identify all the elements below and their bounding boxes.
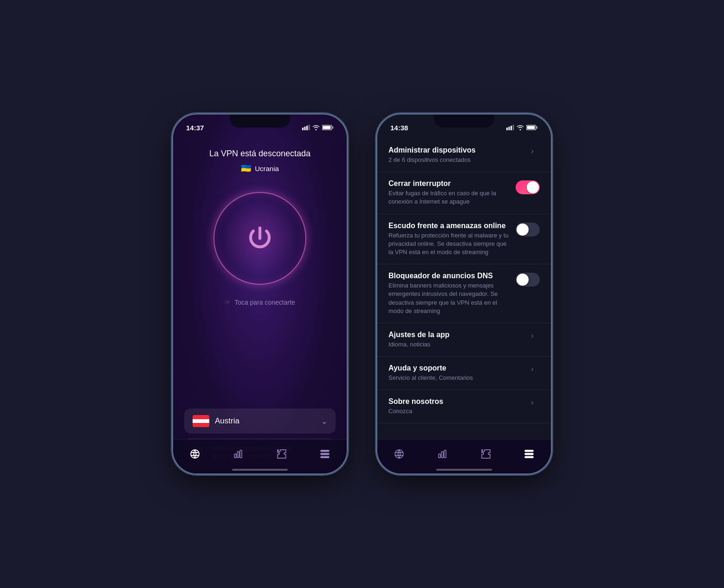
svg-rect-14 <box>506 128 508 130</box>
settings-item-dns[interactable]: Bloqueador de anuncios DNS Elimina banne… <box>377 264 551 323</box>
nav-stats-right[interactable] <box>432 444 452 464</box>
nav-globe-right[interactable] <box>389 444 409 464</box>
toggle-knob-killswitch <box>527 181 539 193</box>
settings-item-support[interactable]: Ayuda y soporte Servicio al cliente, Com… <box>377 357 551 390</box>
notch-right <box>434 115 494 128</box>
stats-icon-right <box>437 448 448 460</box>
right-phone: 14:38 Adm <box>376 113 552 475</box>
settings-item-content-dns: Bloqueador de anuncios DNS Elimina banne… <box>388 272 516 315</box>
svg-rect-26 <box>525 453 533 454</box>
power-icon <box>241 220 278 257</box>
settings-item-about[interactable]: Sobre nosotros Conozca › <box>377 390 551 423</box>
svg-rect-19 <box>537 127 538 129</box>
settings-right-dns <box>516 272 540 287</box>
settings-item-appsettings[interactable]: Ajustes de la app Idioma, noticias › <box>377 323 551 357</box>
battery-icon-right <box>526 125 538 130</box>
wifi-icon-left <box>312 125 320 130</box>
toggle-dns[interactable] <box>516 273 540 287</box>
svg-rect-13 <box>321 456 329 458</box>
svg-rect-3 <box>309 125 310 130</box>
stats-icon-left <box>233 448 244 460</box>
chevron-appsettings: › <box>531 332 533 340</box>
right-screen-content: Administrar dispositivos 2 de 6 disposit… <box>377 135 551 439</box>
svg-rect-16 <box>511 126 512 130</box>
svg-point-7 <box>191 450 199 458</box>
svg-rect-23 <box>441 452 443 458</box>
puzzle-icon-right <box>480 448 491 460</box>
svg-rect-22 <box>439 454 440 458</box>
home-indicator-left <box>232 469 288 471</box>
svg-rect-20 <box>527 126 535 129</box>
svg-rect-8 <box>234 454 236 458</box>
globe-icon-left <box>189 448 200 460</box>
toggle-shield[interactable] <box>516 223 540 236</box>
settings-item-content-support: Ayuda y soporte Servicio al cliente, Com… <box>388 364 525 382</box>
settings-item-killswitch[interactable]: Cerrar interruptor Evitar fugas de tráfi… <box>377 172 551 214</box>
home-indicator-right <box>436 469 492 471</box>
svg-rect-15 <box>509 127 510 130</box>
flag-stripe-top <box>193 415 209 419</box>
vpn-status-title: La VPN está desconectada <box>209 149 310 159</box>
settings-subtitle-about: Conozca <box>388 407 519 415</box>
austria-flag <box>193 415 209 427</box>
settings-item-content-shield: Escudo frente a amenazas online Refuerza… <box>388 222 516 257</box>
settings-item-content-devices: Administrar dispositivos 2 de 6 disposit… <box>388 146 525 164</box>
settings-item-content-appsettings: Ajustes de la app Idioma, noticias <box>388 331 525 349</box>
nav-puzzle-left[interactable] <box>272 444 292 464</box>
settings-title-killswitch: Cerrar interruptor <box>388 179 510 188</box>
toggle-knob-shield <box>517 224 529 236</box>
nav-menu-left[interactable] <box>315 444 335 464</box>
settings-title-appsettings: Ajustes de la app <box>388 331 519 339</box>
nav-menu-right[interactable] <box>519 444 539 464</box>
globe-icon-right <box>394 448 405 460</box>
left-phone: 14:37 La VPN está desconectada � <box>172 113 348 475</box>
settings-title-dns: Bloqueador de anuncios DNS <box>388 272 510 280</box>
settings-subtitle-shield: Refuerza tu protección frente al malware… <box>388 231 510 257</box>
svg-rect-1 <box>304 127 306 130</box>
menu-icon-right <box>524 448 535 460</box>
settings-right-devices: › <box>525 146 540 155</box>
status-icons-left <box>302 125 334 130</box>
svg-rect-9 <box>237 452 239 458</box>
nav-stats-left[interactable] <box>228 444 248 464</box>
chevron-about: › <box>531 398 533 407</box>
menu-icon-left <box>319 448 330 460</box>
time-left: 14:37 <box>186 124 204 132</box>
tap-hand-icon: ☞ <box>225 299 231 306</box>
settings-item-devices[interactable]: Administrar dispositivos 2 de 6 disposit… <box>377 139 551 172</box>
settings-title-shield: Escudo frente a amenazas online <box>388 222 510 230</box>
svg-rect-2 <box>306 126 308 130</box>
svg-rect-24 <box>444 450 446 458</box>
svg-rect-11 <box>321 450 329 452</box>
settings-list: Administrar dispositivos 2 de 6 disposit… <box>377 135 551 427</box>
svg-rect-6 <box>323 126 331 129</box>
nav-globe-left[interactable] <box>185 444 205 464</box>
ukraine-country-name: Ucrania <box>255 165 279 173</box>
settings-right-shield <box>516 222 540 236</box>
svg-rect-0 <box>302 128 304 130</box>
settings-title-devices: Administrar dispositivos <box>388 146 519 154</box>
settings-item-content-about: Sobre nosotros Conozca <box>388 397 525 415</box>
svg-rect-12 <box>321 453 329 454</box>
svg-rect-27 <box>525 456 533 458</box>
settings-subtitle-dns: Elimina banners maliciosos y mensajes em… <box>388 281 510 315</box>
settings-right-about: › <box>525 397 540 407</box>
settings-item-content-killswitch: Cerrar interruptor Evitar fugas de tráfi… <box>388 179 516 206</box>
svg-rect-17 <box>513 125 514 130</box>
settings-right-appsettings: › <box>525 331 540 340</box>
location-row[interactable]: Austria ⌄ <box>184 409 336 434</box>
bottom-nav-left <box>173 439 347 473</box>
tap-label: Toca para conectarte <box>234 299 295 306</box>
settings-subtitle-support: Servicio al cliente, Comentarios <box>388 374 519 382</box>
nav-puzzle-right[interactable] <box>476 444 496 464</box>
settings-subtitle-killswitch: Evitar fugas de tráfico en caso de que l… <box>388 189 510 206</box>
ukraine-flag: 🇺🇦 <box>241 163 251 173</box>
power-button[interactable] <box>209 187 311 289</box>
notch <box>230 115 290 128</box>
location-chevron: ⌄ <box>321 417 327 426</box>
puzzle-icon-left <box>276 448 287 460</box>
chevron-support: › <box>531 365 533 373</box>
tap-to-connect: ☞ Toca para conectarte <box>225 299 295 306</box>
toggle-killswitch[interactable] <box>516 180 540 194</box>
settings-item-shield[interactable]: Escudo frente a amenazas online Refuerza… <box>377 214 551 265</box>
